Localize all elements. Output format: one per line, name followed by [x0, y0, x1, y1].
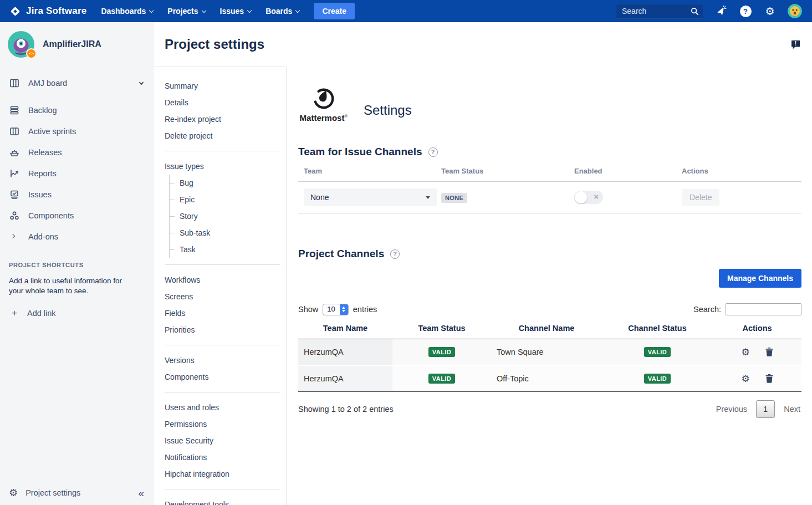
settings-nav-users-roles[interactable]: Users and roles: [165, 399, 286, 416]
delete-channel-trash-icon[interactable]: [765, 374, 773, 383]
menu-projects[interactable]: Projects: [167, 7, 205, 16]
sidebar-item-addons[interactable]: Add-ons: [0, 226, 153, 247]
settings-nav-priorities[interactable]: Priorities: [165, 322, 286, 338]
settings-nav-workflows[interactable]: Workflows: [165, 272, 286, 288]
page-title: Project settings: [165, 37, 264, 52]
settings-nav-bug[interactable]: Bug: [170, 175, 286, 191]
table-search-input[interactable]: [726, 303, 801, 315]
page-number-button[interactable]: 1: [756, 400, 775, 418]
settings-nav-hipchat[interactable]: Hipchat integration: [165, 466, 286, 482]
user-avatar[interactable]: [788, 4, 802, 18]
team-select-dropdown[interactable]: None: [304, 188, 437, 206]
delete-channel-trash-icon[interactable]: [765, 348, 773, 356]
column-header-channel-name[interactable]: Channel Name: [491, 321, 602, 339]
menu-issues[interactable]: Issues: [220, 7, 252, 16]
column-header-channel-status[interactable]: Channel Status: [602, 321, 713, 339]
enabled-toggle[interactable]: ×: [574, 191, 603, 204]
add-link-button[interactable]: + Add link: [9, 308, 144, 319]
table-header-row: Team Name Team Status Channel Name Chann…: [298, 321, 801, 339]
settings-nav-fields[interactable]: Fields: [165, 305, 286, 322]
team-row: None NONE ×: [298, 181, 801, 213]
navbar-right: ? ⚙: [616, 4, 802, 19]
sprints-columns-icon: [9, 126, 20, 137]
table-row: HerzumQA VALID Town Square VALID ⚙: [298, 339, 801, 366]
manage-channels-button[interactable]: Manage Channels: [719, 269, 801, 288]
sidebar-item-label: Reports: [28, 169, 57, 178]
menu-boards[interactable]: Boards: [265, 7, 299, 16]
settings-nav-reindex[interactable]: Re-index project: [165, 111, 286, 127]
channel-settings-gear-icon[interactable]: ⚙: [741, 348, 749, 357]
global-search: [616, 4, 703, 19]
project-avatar[interactable]: <>: [8, 31, 34, 58]
feedback-icon[interactable]: !: [790, 39, 801, 50]
status-badge: VALID: [644, 374, 671, 384]
column-header-actions[interactable]: Actions: [713, 321, 801, 339]
sidebar-item-backlog[interactable]: Backlog: [0, 100, 153, 121]
registered-mark: ®: [344, 114, 348, 119]
entries-select[interactable]: 10: [323, 304, 348, 315]
channel-settings-gear-icon[interactable]: ⚙: [741, 374, 749, 384]
jira-logo[interactable]: Jira Software: [9, 5, 86, 18]
team-section: Team for Issue Channels ? Team Team Stat…: [298, 146, 801, 213]
settings-nav-details[interactable]: Details: [165, 94, 286, 111]
sidebar-item-active-sprints[interactable]: Active sprints: [0, 121, 153, 142]
ship-icon: [9, 147, 20, 158]
main-menu: Dashboards Projects Issues Boards: [101, 7, 299, 16]
sidebar-item-releases[interactable]: Releases: [0, 142, 153, 163]
settings-nav-notifications[interactable]: Notifications: [165, 449, 286, 466]
column-header-team: Team: [298, 167, 441, 175]
settings-gear-icon[interactable]: ⚙: [763, 4, 777, 18]
settings-nav-summary[interactable]: Summary: [165, 78, 286, 94]
page-header: Project settings !: [154, 22, 812, 67]
divider: [165, 151, 280, 151]
svg-text:!: !: [795, 40, 796, 47]
help-icon[interactable]: ?: [739, 4, 752, 18]
team-status-cell: VALID: [392, 339, 491, 366]
announcements-icon[interactable]: [714, 4, 728, 18]
backlog-icon: [9, 105, 20, 116]
column-header-team-name[interactable]: Team Name: [298, 321, 392, 339]
settings-nav-permissions[interactable]: Permissions: [165, 416, 286, 432]
jira-diamond-icon: [9, 5, 22, 18]
settings-nav-epic[interactable]: Epic: [170, 191, 286, 208]
mattermost-logo: Mattermost®: [298, 86, 349, 123]
sidebar-item-label: Add-ons: [28, 232, 58, 241]
settings-nav-subtask[interactable]: Sub-task: [170, 225, 286, 241]
settings-nav-dev-tools[interactable]: Development tools: [165, 496, 286, 505]
mattermost-wordmark: Mattermost®: [298, 113, 349, 123]
previous-page-button[interactable]: Previous: [715, 401, 748, 417]
help-icon[interactable]: ?: [390, 249, 400, 259]
settings-nav-issue-security[interactable]: Issue Security: [165, 432, 286, 449]
select-stepper-icon: [340, 304, 348, 315]
issue-types-tree: Bug Epic Story Sub-task Task: [169, 175, 286, 258]
sidebar-item-board[interactable]: AMJ board: [0, 73, 153, 94]
create-button[interactable]: Create: [314, 3, 355, 19]
settings-nav-screens[interactable]: Screens: [165, 288, 286, 305]
project-settings-link[interactable]: Project settings: [25, 488, 80, 497]
settings-nav-issue-types[interactable]: Issue types: [165, 158, 286, 175]
entries-label: entries: [353, 305, 377, 314]
toggle-knob: [575, 191, 587, 203]
chevron-down-icon: [149, 8, 154, 12]
column-header-team-status[interactable]: Team Status: [392, 321, 491, 339]
help-icon[interactable]: ?: [428, 147, 438, 157]
status-badge: VALID: [428, 374, 455, 384]
sidebar-item-reports[interactable]: Reports: [0, 163, 153, 184]
show-label: Show: [298, 305, 318, 314]
issues-icon: [9, 189, 20, 200]
sidebar-item-label: Active sprints: [28, 127, 76, 136]
sidebar-item-issues[interactable]: Issues: [0, 184, 153, 205]
menu-dashboards[interactable]: Dashboards: [101, 7, 153, 16]
delete-button[interactable]: Delete: [682, 189, 719, 206]
project-name[interactable]: AmplifierJIRA: [43, 39, 101, 49]
team-status-cell: VALID: [392, 365, 491, 392]
next-page-button[interactable]: Next: [783, 401, 801, 417]
sidebar-item-components[interactable]: Components: [0, 205, 153, 226]
settings-nav-task[interactable]: Task: [170, 241, 286, 258]
team-status-badge: NONE: [441, 193, 467, 203]
settings-nav-components[interactable]: Components: [165, 369, 286, 385]
settings-nav-versions[interactable]: Versions: [165, 352, 286, 369]
collapse-sidebar-icon[interactable]: «: [138, 488, 144, 498]
settings-nav-delete[interactable]: Delete project: [165, 127, 286, 144]
settings-nav-story[interactable]: Story: [170, 208, 286, 225]
